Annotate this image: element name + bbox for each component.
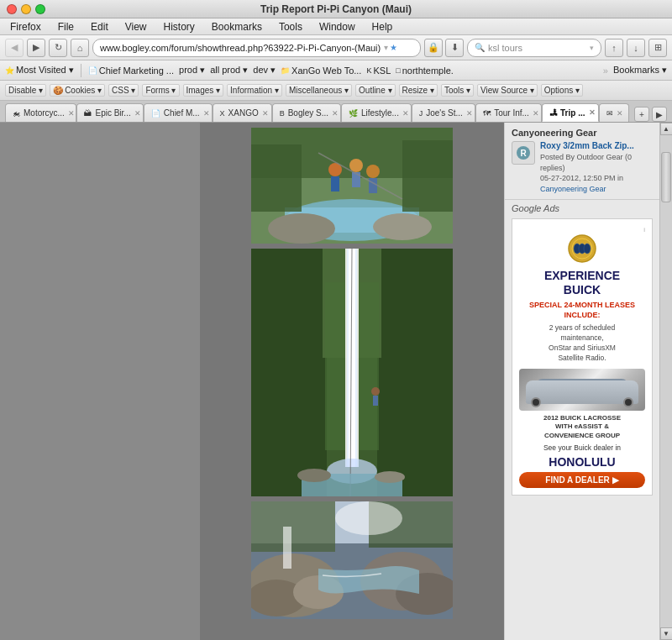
- tab-trip[interactable]: 🏞 Trip ... ✕: [542, 103, 599, 122]
- bm-northtemple-label: northtemple.: [402, 66, 454, 76]
- center-content: [200, 123, 504, 640]
- tab-close-epic[interactable]: ✕: [134, 109, 141, 118]
- tab-tour-inf[interactable]: 🗺 Tour Inf... ✕: [475, 103, 542, 122]
- ad-body: 2 years of scheduled maintenance, OnStar…: [519, 323, 645, 364]
- ext-options[interactable]: Options ▾: [541, 84, 583, 97]
- back-button[interactable]: ◀: [5, 39, 24, 57]
- bm-chief-marketing[interactable]: 📄 Chief Marketing ...: [88, 66, 174, 76]
- tab-close-mail[interactable]: ✕: [617, 109, 623, 118]
- tab-label-motorcyc: Motorcyc...: [24, 108, 65, 118]
- bm-ksl-label: KSL: [373, 66, 391, 76]
- ext-outline[interactable]: Outline ▾: [355, 84, 395, 97]
- page-icon-2: 📁: [281, 66, 290, 75]
- scroll-track[interactable]: [660, 135, 672, 627]
- bm-dev[interactable]: dev ▾: [253, 65, 276, 76]
- tab-close-chief[interactable]: ✕: [203, 109, 210, 118]
- nav-extra-3[interactable]: ↑: [605, 39, 623, 57]
- svg-rect-17: [251, 249, 327, 496]
- reload-button[interactable]: ↻: [49, 39, 67, 57]
- ext-images[interactable]: Images ▾: [183, 84, 224, 97]
- ext-css[interactable]: CSS ▾: [108, 84, 139, 97]
- tab-favicon-joes: J: [419, 109, 423, 118]
- tab-motorcyc[interactable]: 🏍 Motorcyc... ✕: [5, 103, 76, 122]
- ext-cookies[interactable]: 🍪Cookies ▾: [50, 84, 105, 97]
- ad-headline: EXPERIENCEBUICK: [519, 269, 645, 297]
- menu-tools[interactable]: Tools: [276, 21, 306, 33]
- new-tab-button[interactable]: +: [634, 107, 649, 122]
- car-wheel-left: [531, 397, 541, 407]
- scroll-thumb[interactable]: [661, 152, 671, 202]
- tab-mail[interactable]: ✉ ✕: [599, 103, 629, 122]
- nav-fullscreen[interactable]: ⊞: [648, 39, 667, 57]
- tab-favicon-xango: X: [220, 109, 225, 118]
- tab-close-trip[interactable]: ✕: [589, 108, 596, 117]
- tab-bogley[interactable]: B Bogley S... ✕: [272, 103, 341, 122]
- disable-label: Disable ▾: [8, 86, 43, 95]
- ext-miscellaneous[interactable]: Miscellaneous ▾: [286, 84, 352, 97]
- nav-extra-2[interactable]: ⬇: [445, 39, 464, 57]
- css-label: CSS ▾: [112, 86, 135, 95]
- maximize-button[interactable]: [35, 4, 45, 14]
- bm-bookmarks-menu[interactable]: Bookmarks ▾: [613, 65, 667, 76]
- svg-rect-25: [325, 282, 345, 450]
- tab-close-bogley[interactable]: ✕: [332, 109, 339, 118]
- tab-chief-m[interactable]: 📄 Chief M... ✕: [144, 103, 213, 122]
- tab-xango[interactable]: X XANGO ✕: [213, 103, 272, 122]
- tab-lifestyle[interactable]: 🌿 Lifestyle... ✕: [341, 103, 412, 122]
- bm-ksl[interactable]: K KSL: [366, 66, 391, 76]
- photo-3: [251, 501, 453, 619]
- tab-joes[interactable]: J Joe's St... ✕: [412, 103, 476, 122]
- tab-epic-bir[interactable]: 🏔 Epic Bir... ✕: [76, 103, 143, 122]
- bm-prod[interactable]: prod ▾: [179, 65, 205, 76]
- bm-xango[interactable]: 📁 XanGo Web To...: [281, 66, 361, 76]
- ext-tools[interactable]: Tools ▾: [441, 84, 474, 97]
- bm-dev-label: dev ▾: [253, 65, 276, 76]
- ext-resize[interactable]: Resize ▾: [399, 84, 438, 97]
- tab-close-tour[interactable]: ✕: [533, 109, 539, 118]
- tab-label-epic: Epic Bir...: [95, 108, 130, 118]
- tab-close-xango[interactable]: ✕: [262, 109, 269, 118]
- menu-window[interactable]: Window: [316, 21, 359, 33]
- menu-edit[interactable]: Edit: [87, 21, 112, 33]
- tab-label-bogley: Bogley S...: [288, 108, 328, 118]
- ext-view-source[interactable]: View Source ▾: [477, 84, 538, 97]
- menu-file[interactable]: File: [55, 21, 77, 33]
- forward-button[interactable]: ▶: [27, 39, 45, 57]
- svg-point-50: [584, 244, 591, 254]
- ext-forms[interactable]: Forms ▾: [142, 84, 179, 97]
- menu-view[interactable]: View: [122, 21, 150, 33]
- tab-label-tour: Tour Inf...: [494, 108, 529, 118]
- menu-help[interactable]: Help: [369, 21, 396, 33]
- nav-extra-1[interactable]: 🔒: [424, 39, 443, 57]
- bm-most-visited[interactable]: ⭐ Most Visited ▾: [5, 65, 74, 76]
- close-button[interactable]: [7, 4, 17, 14]
- svg-point-6: [373, 213, 432, 240]
- tab-close-joes[interactable]: ✕: [466, 109, 473, 118]
- scroll-tabs-right[interactable]: ▶: [652, 107, 667, 122]
- right-sidebar: Canyoneering Gear R Roxy 3/2mm Back Zip.…: [504, 123, 659, 640]
- url-bar[interactable]: www.bogley.com/forum/showthread.php?6392…: [92, 39, 421, 57]
- gear-post-title[interactable]: Roxy 3/2mm Back Zip...: [540, 141, 653, 150]
- menu-firefox[interactable]: Firefox: [7, 21, 45, 33]
- tab-favicon-epic: 🏔: [84, 109, 92, 118]
- minimize-button[interactable]: [21, 4, 31, 14]
- nav-extra-4[interactable]: ↓: [627, 39, 645, 57]
- gear-post-meta-3[interactable]: Canyoneering Gear: [540, 185, 606, 193]
- scroll-up-button[interactable]: ▲: [660, 123, 673, 135]
- photo-2-image: [251, 249, 453, 496]
- tab-favicon-motorcyc: 🏍: [13, 109, 20, 118]
- bm-all-prod[interactable]: all prod ▾: [210, 65, 248, 76]
- tab-close-lifestyle[interactable]: ✕: [402, 109, 409, 118]
- tab-close-motorcyc[interactable]: ✕: [68, 109, 75, 118]
- ad-buick[interactable]: i EXPERIENCEBUICK SPECIAL 24-MONTH LEASE…: [512, 218, 653, 496]
- ext-information[interactable]: Information ▾: [227, 84, 282, 97]
- search-bar[interactable]: 🔍 ksl tours ▾: [467, 39, 601, 57]
- bm-northtemple[interactable]: □ northtemple.: [396, 66, 454, 76]
- menu-bookmarks[interactable]: Bookmarks: [208, 21, 265, 33]
- home-button[interactable]: ⌂: [71, 39, 89, 57]
- ad-find-dealer-button[interactable]: FIND A DEALER ▶: [519, 472, 645, 488]
- left-sidebar: [0, 123, 200, 640]
- ext-disable[interactable]: Disable ▾: [5, 84, 46, 97]
- menu-history[interactable]: History: [160, 21, 198, 33]
- scroll-down-button[interactable]: ▼: [660, 627, 673, 640]
